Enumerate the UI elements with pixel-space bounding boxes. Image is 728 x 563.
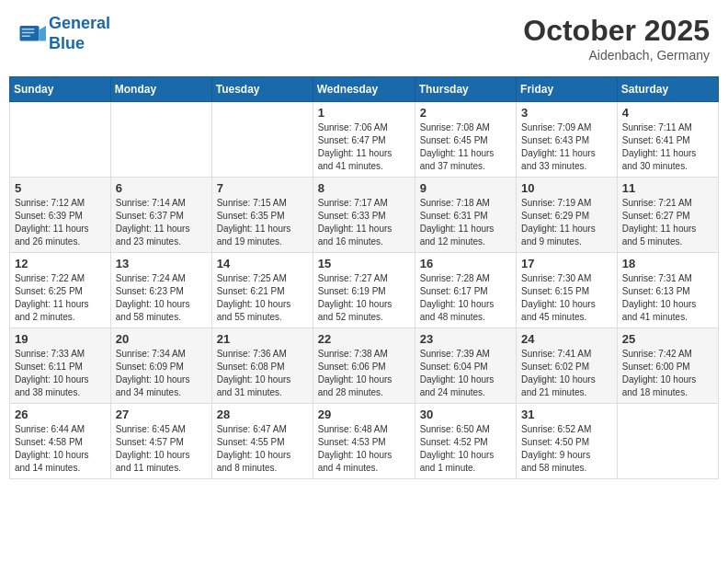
day-info: Sunrise: 7:18 AM Sunset: 6:31 PM Dayligh…	[420, 197, 511, 248]
svg-rect-4	[22, 35, 30, 37]
logo-text: General Blue	[49, 14, 110, 53]
day-number: 1	[318, 106, 410, 120]
day-info: Sunrise: 6:48 AM Sunset: 4:53 PM Dayligh…	[318, 423, 410, 475]
day-number: 13	[116, 257, 207, 270]
day-number: 14	[217, 257, 308, 270]
day-info: Sunrise: 7:12 AM Sunset: 6:39 PM Dayligh…	[15, 197, 106, 248]
day-number: 12	[15, 257, 106, 270]
calendar-cell: 8Sunrise: 7:17 AM Sunset: 6:33 PM Daylig…	[313, 178, 415, 253]
day-number: 23	[420, 332, 511, 346]
calendar-cell: 6Sunrise: 7:14 AM Sunset: 6:37 PM Daylig…	[110, 178, 211, 253]
calendar-cell: 15Sunrise: 7:27 AM Sunset: 6:19 PM Dayli…	[313, 253, 415, 328]
day-number: 15	[318, 257, 410, 270]
day-info: Sunrise: 7:11 AM Sunset: 6:41 PM Dayligh…	[622, 121, 713, 173]
day-number: 18	[622, 257, 713, 270]
day-info: Sunrise: 7:21 AM Sunset: 6:27 PM Dayligh…	[622, 197, 713, 248]
day-info: Sunrise: 7:36 AM Sunset: 6:08 PM Dayligh…	[217, 348, 308, 399]
weekday-header-tuesday: Tuesday	[211, 77, 313, 102]
calendar-table: SundayMondayTuesdayWednesdayThursdayFrid…	[9, 76, 719, 479]
day-number: 16	[420, 257, 511, 270]
day-number: 8	[318, 181, 410, 195]
day-info: Sunrise: 7:28 AM Sunset: 6:17 PM Dayligh…	[420, 272, 511, 324]
calendar-cell: 12Sunrise: 7:22 AM Sunset: 6:25 PM Dayli…	[10, 253, 111, 328]
weekday-header-saturday: Saturday	[617, 77, 718, 102]
day-number: 24	[521, 332, 612, 346]
day-info: Sunrise: 7:31 AM Sunset: 6:13 PM Dayligh…	[622, 272, 713, 324]
calendar-cell: 19Sunrise: 7:33 AM Sunset: 6:11 PM Dayli…	[10, 328, 111, 404]
calendar-cell	[617, 404, 718, 479]
day-info: Sunrise: 7:15 AM Sunset: 6:35 PM Dayligh…	[217, 197, 308, 248]
day-number: 28	[217, 408, 308, 421]
day-info: Sunrise: 6:47 AM Sunset: 4:55 PM Dayligh…	[217, 423, 308, 475]
weekday-header-row: SundayMondayTuesdayWednesdayThursdayFrid…	[10, 77, 719, 102]
calendar-week-row: 5Sunrise: 7:12 AM Sunset: 6:39 PM Daylig…	[10, 178, 719, 253]
day-number: 21	[217, 332, 308, 346]
calendar-cell: 11Sunrise: 7:21 AM Sunset: 6:27 PM Dayli…	[617, 178, 718, 253]
calendar-week-row: 19Sunrise: 7:33 AM Sunset: 6:11 PM Dayli…	[10, 328, 719, 404]
day-number: 31	[521, 408, 612, 421]
logo-icon	[18, 20, 46, 48]
day-number: 29	[318, 408, 410, 421]
day-number: 25	[622, 332, 713, 346]
day-number: 4	[622, 106, 713, 120]
calendar-cell	[211, 102, 313, 178]
day-info: Sunrise: 7:19 AM Sunset: 6:29 PM Dayligh…	[521, 197, 612, 248]
calendar-cell: 24Sunrise: 7:41 AM Sunset: 6:02 PM Dayli…	[517, 328, 618, 404]
calendar-cell: 14Sunrise: 7:25 AM Sunset: 6:21 PM Dayli…	[211, 253, 313, 328]
calendar-cell: 9Sunrise: 7:18 AM Sunset: 6:31 PM Daylig…	[415, 178, 516, 253]
calendar-cell: 30Sunrise: 6:50 AM Sunset: 4:52 PM Dayli…	[415, 404, 516, 479]
calendar-cell	[10, 102, 111, 178]
day-number: 30	[420, 408, 511, 421]
calendar-cell: 22Sunrise: 7:38 AM Sunset: 6:06 PM Dayli…	[313, 328, 415, 404]
calendar-cell: 10Sunrise: 7:19 AM Sunset: 6:29 PM Dayli…	[517, 178, 618, 253]
calendar-cell: 25Sunrise: 7:42 AM Sunset: 6:00 PM Dayli…	[617, 328, 718, 404]
calendar-week-row: 12Sunrise: 7:22 AM Sunset: 6:25 PM Dayli…	[10, 253, 719, 328]
weekday-header-sunday: Sunday	[10, 77, 111, 102]
day-info: Sunrise: 7:34 AM Sunset: 6:09 PM Dayligh…	[116, 348, 207, 399]
day-number: 6	[116, 181, 207, 195]
day-info: Sunrise: 7:22 AM Sunset: 6:25 PM Dayligh…	[15, 272, 106, 324]
calendar-cell: 31Sunrise: 6:52 AM Sunset: 4:50 PM Dayli…	[517, 404, 618, 479]
weekday-header-wednesday: Wednesday	[313, 77, 415, 102]
weekday-header-thursday: Thursday	[415, 77, 516, 102]
svg-marker-1	[40, 26, 47, 41]
day-number: 11	[622, 181, 713, 195]
calendar-cell: 4Sunrise: 7:11 AM Sunset: 6:41 PM Daylig…	[617, 102, 718, 178]
calendar-cell: 27Sunrise: 6:45 AM Sunset: 4:57 PM Dayli…	[110, 404, 211, 479]
calendar-cell: 5Sunrise: 7:12 AM Sunset: 6:39 PM Daylig…	[10, 178, 111, 253]
day-info: Sunrise: 7:27 AM Sunset: 6:19 PM Dayligh…	[318, 272, 410, 324]
day-info: Sunrise: 7:08 AM Sunset: 6:45 PM Dayligh…	[420, 121, 511, 173]
day-number: 5	[15, 181, 106, 195]
calendar-cell: 1Sunrise: 7:06 AM Sunset: 6:47 PM Daylig…	[313, 102, 415, 178]
weekday-header-friday: Friday	[517, 77, 618, 102]
day-info: Sunrise: 7:17 AM Sunset: 6:33 PM Dayligh…	[318, 197, 410, 248]
day-number: 17	[521, 257, 612, 270]
day-info: Sunrise: 6:52 AM Sunset: 4:50 PM Dayligh…	[521, 423, 612, 475]
calendar-cell: 7Sunrise: 7:15 AM Sunset: 6:35 PM Daylig…	[211, 178, 313, 253]
calendar-cell: 2Sunrise: 7:08 AM Sunset: 6:45 PM Daylig…	[415, 102, 516, 178]
calendar-cell: 29Sunrise: 6:48 AM Sunset: 4:53 PM Dayli…	[313, 404, 415, 479]
day-number: 19	[15, 332, 106, 346]
weekday-header-monday: Monday	[110, 77, 211, 102]
calendar-cell: 17Sunrise: 7:30 AM Sunset: 6:15 PM Dayli…	[517, 253, 618, 328]
svg-rect-3	[22, 31, 35, 33]
day-number: 27	[116, 408, 207, 421]
day-number: 2	[420, 106, 511, 120]
calendar-cell: 18Sunrise: 7:31 AM Sunset: 6:13 PM Dayli…	[617, 253, 718, 328]
month-title: October 2025	[523, 14, 710, 48]
logo: General Blue	[18, 14, 110, 53]
day-number: 20	[116, 332, 207, 346]
calendar-cell: 20Sunrise: 7:34 AM Sunset: 6:09 PM Dayli…	[110, 328, 211, 404]
logo-blue: Blue	[49, 34, 110, 54]
day-info: Sunrise: 7:14 AM Sunset: 6:37 PM Dayligh…	[116, 197, 207, 248]
day-info: Sunrise: 6:45 AM Sunset: 4:57 PM Dayligh…	[116, 423, 207, 475]
calendar-cell: 23Sunrise: 7:39 AM Sunset: 6:04 PM Dayli…	[415, 328, 516, 404]
day-info: Sunrise: 7:39 AM Sunset: 6:04 PM Dayligh…	[420, 348, 511, 399]
day-info: Sunrise: 7:38 AM Sunset: 6:06 PM Dayligh…	[318, 348, 410, 399]
day-info: Sunrise: 7:24 AM Sunset: 6:23 PM Dayligh…	[116, 272, 207, 324]
calendar-week-row: 26Sunrise: 6:44 AM Sunset: 4:58 PM Dayli…	[10, 404, 719, 479]
day-info: Sunrise: 7:25 AM Sunset: 6:21 PM Dayligh…	[217, 272, 308, 324]
day-info: Sunrise: 6:44 AM Sunset: 4:58 PM Dayligh…	[15, 423, 106, 475]
calendar-week-row: 1Sunrise: 7:06 AM Sunset: 6:47 PM Daylig…	[10, 102, 719, 178]
day-info: Sunrise: 7:06 AM Sunset: 6:47 PM Dayligh…	[318, 121, 410, 173]
